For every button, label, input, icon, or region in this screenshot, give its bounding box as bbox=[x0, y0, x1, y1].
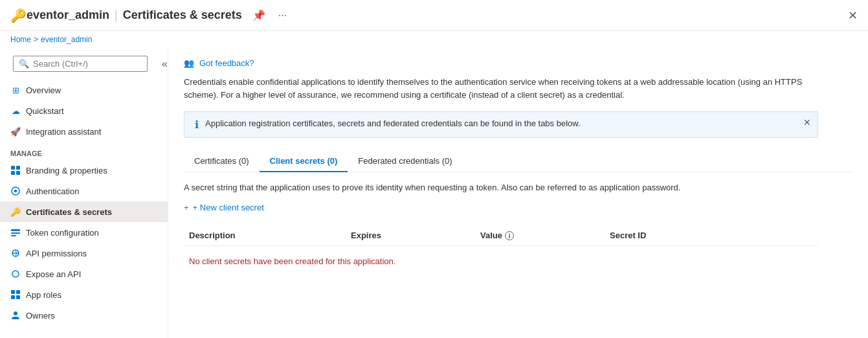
value-info-icon[interactable]: i bbox=[505, 231, 514, 240]
api-icon bbox=[10, 248, 21, 258]
breadcrumb-current[interactable]: eventor_admin bbox=[41, 35, 92, 44]
pin-button[interactable]: 📌 bbox=[250, 6, 268, 24]
search-container: 🔍 bbox=[13, 56, 148, 72]
sidebar-item-approles-label: App roles bbox=[26, 290, 61, 300]
sidebar: 🔍 « ⊞ Overview ☁ Quickstart 🚀 Integratio… bbox=[0, 48, 168, 338]
info-banner-text: Application registration certificates, s… bbox=[205, 118, 807, 128]
owners-icon bbox=[10, 310, 21, 321]
breadcrumb-home[interactable]: Home bbox=[10, 35, 31, 44]
svg-rect-0 bbox=[11, 166, 15, 170]
svg-rect-12 bbox=[16, 290, 20, 294]
cert-icon: 🔑 bbox=[10, 207, 21, 217]
column-expires: Expires bbox=[346, 231, 475, 240]
more-button[interactable]: ··· bbox=[276, 7, 289, 24]
column-description-label: Description bbox=[189, 231, 236, 240]
sidebar-item-quickstart-label: Quickstart bbox=[26, 106, 64, 116]
svg-rect-11 bbox=[11, 290, 15, 294]
svg-rect-2 bbox=[11, 171, 15, 175]
add-icon: + bbox=[184, 203, 189, 212]
column-secret-id: Secret ID bbox=[605, 231, 818, 240]
sidebar-item-authentication[interactable]: Authentication bbox=[0, 181, 168, 201]
column-value: Value i bbox=[475, 231, 605, 240]
sidebar-item-integration[interactable]: 🚀 Integration assistant bbox=[0, 121, 168, 142]
content-area: 👥 Got feedback? Credentials enable confi… bbox=[168, 48, 868, 338]
content-inner: 👥 Got feedback? Credentials enable confi… bbox=[168, 48, 868, 287]
sidebar-item-owners[interactable]: Owners bbox=[0, 305, 168, 326]
secrets-table: Description Expires Value i Secret ID bbox=[184, 225, 818, 276]
sidebar-item-token-label: Token configuration bbox=[26, 228, 99, 238]
sidebar-item-branding[interactable]: Branding & properties bbox=[0, 160, 168, 181]
sidebar-item-branding-label: Branding & properties bbox=[26, 166, 107, 175]
tab-certificates[interactable]: Certificates (0) bbox=[184, 151, 260, 172]
add-secret-button[interactable]: + + New client secret bbox=[184, 203, 264, 212]
sidebar-item-quickstart[interactable]: ☁ Quickstart bbox=[0, 100, 168, 121]
svg-point-15 bbox=[14, 311, 17, 315]
column-value-label: Value bbox=[480, 231, 502, 240]
approles-icon bbox=[10, 289, 21, 300]
collapse-button[interactable]: « bbox=[158, 57, 168, 71]
secret-description: A secret string that the application use… bbox=[184, 183, 818, 192]
search-input[interactable] bbox=[33, 59, 142, 69]
tabs-container: Certificates (0) Client secrets (0) Fede… bbox=[184, 151, 852, 172]
token-icon bbox=[10, 227, 21, 238]
app-name: eventor_admin bbox=[27, 8, 109, 22]
main-layout: 🔍 « ⊞ Overview ☁ Quickstart 🚀 Integratio… bbox=[0, 48, 868, 338]
sidebar-item-certificates-label: Certificates & secrets bbox=[26, 207, 112, 217]
table-empty-message: No client secrets have been created for … bbox=[184, 246, 818, 276]
header-actions: 📌 ··· bbox=[250, 6, 289, 24]
tab-client-secrets[interactable]: Client secrets (0) bbox=[260, 151, 348, 172]
svg-rect-7 bbox=[11, 235, 16, 236]
svg-rect-14 bbox=[16, 295, 20, 299]
table-header: Description Expires Value i Secret ID bbox=[184, 225, 818, 246]
sidebar-item-authentication-label: Authentication bbox=[26, 186, 79, 196]
column-description: Description bbox=[184, 231, 346, 240]
feedback-icon: 👥 bbox=[184, 58, 194, 68]
breadcrumb: Home > eventor_admin bbox=[0, 31, 868, 48]
integration-icon: 🚀 bbox=[10, 126, 21, 137]
page-title: Certificates & secrets bbox=[123, 8, 242, 22]
sidebar-item-certificates[interactable]: 🔑 Certificates & secrets bbox=[0, 201, 168, 222]
column-expires-label: Expires bbox=[351, 231, 381, 240]
sidebar-item-approles[interactable]: App roles bbox=[0, 284, 168, 305]
svg-rect-5 bbox=[11, 229, 20, 231]
sidebar-item-overview-label: Overview bbox=[26, 85, 61, 95]
info-banner-close[interactable]: ✕ bbox=[803, 117, 811, 128]
header-title: eventor_admin | Certificates & secrets bbox=[27, 8, 242, 22]
svg-point-10 bbox=[12, 271, 19, 277]
feedback-text: Got feedback? bbox=[199, 58, 254, 68]
feedback-bar[interactable]: 👥 Got feedback? bbox=[184, 58, 852, 68]
sidebar-item-api-label: API permissions bbox=[26, 249, 87, 258]
sidebar-item-overview[interactable]: ⊞ Overview bbox=[0, 80, 168, 100]
sidebar-item-expose[interactable]: Expose an API bbox=[0, 264, 168, 284]
svg-rect-13 bbox=[11, 295, 15, 299]
info-banner: ℹ Application registration certificates,… bbox=[184, 111, 818, 138]
sidebar-item-expose-label: Expose an API bbox=[26, 269, 81, 279]
breadcrumb-separator: > bbox=[34, 35, 38, 44]
close-button[interactable]: ✕ bbox=[848, 8, 858, 23]
secret-description-text: A secret string that the application use… bbox=[184, 183, 680, 192]
manage-section-label: Manage bbox=[0, 142, 168, 160]
column-secret-id-label: Secret ID bbox=[610, 231, 646, 240]
svg-rect-6 bbox=[11, 232, 20, 234]
auth-icon bbox=[10, 186, 21, 196]
tab-federated-credentials[interactable]: Federated credentials (0) bbox=[348, 151, 462, 172]
svg-rect-1 bbox=[16, 166, 20, 170]
sidebar-item-owners-label: Owners bbox=[26, 311, 55, 321]
search-icon: 🔍 bbox=[19, 59, 29, 69]
quickstart-icon: ☁ bbox=[10, 106, 21, 116]
header-separator: | bbox=[115, 8, 118, 22]
expose-icon bbox=[10, 269, 21, 279]
main-description: Credentials enable confidential applicat… bbox=[184, 76, 818, 101]
add-secret-label: + New client secret bbox=[193, 203, 264, 212]
sidebar-item-token[interactable]: Token configuration bbox=[0, 222, 168, 243]
header: 🔑 eventor_admin | Certificates & secrets… bbox=[0, 0, 868, 31]
branding-icon bbox=[10, 165, 21, 175]
info-icon: ℹ bbox=[195, 118, 199, 131]
sidebar-item-api[interactable]: API permissions bbox=[0, 243, 168, 264]
key-icon: 🔑 bbox=[10, 8, 27, 23]
overview-icon: ⊞ bbox=[10, 85, 21, 95]
svg-rect-3 bbox=[16, 171, 20, 175]
sidebar-item-integration-label: Integration assistant bbox=[26, 127, 101, 137]
